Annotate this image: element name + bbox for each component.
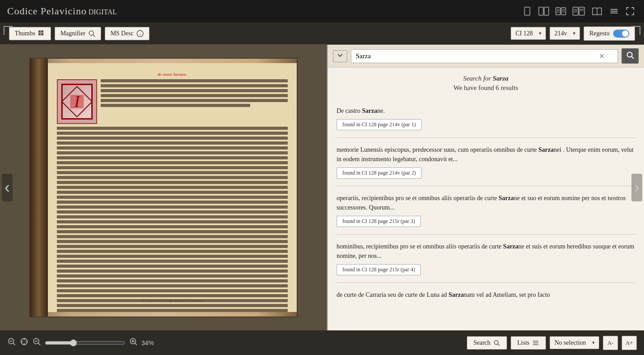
svg-rect-16 xyxy=(580,9,584,11)
svg-rect-11 xyxy=(573,7,578,15)
svg-rect-21 xyxy=(38,30,41,33)
result-item: de curte de Carraria seu de curte de Lun… xyxy=(337,283,635,310)
double-page-icon-btn[interactable] xyxy=(537,4,551,18)
search-bottom-button[interactable]: Search xyxy=(467,336,507,350)
regesto-toggle[interactable] xyxy=(613,30,629,38)
manuscript-image-area: de castro Sarzane. I xyxy=(0,45,327,330)
thumbs-label: Thumbs xyxy=(15,30,35,37)
search-bottom-label: Search xyxy=(473,339,490,346)
result-link-button[interactable]: found in CI 128 page 214v (par 2) xyxy=(337,167,422,179)
pan-icon xyxy=(20,337,29,346)
magnifier-label: Magnifier xyxy=(60,30,85,37)
ci-select[interactable]: CI 128 CI 127 CI 129 xyxy=(511,27,546,40)
fullscreen-icon-btn[interactable] xyxy=(623,4,637,18)
info-icon: i xyxy=(136,30,144,37)
search-input-wrapper: ✕ xyxy=(351,49,618,63)
collapse-button[interactable] xyxy=(333,50,347,62)
header-icons xyxy=(520,4,637,18)
zoom-in-button[interactable] xyxy=(129,337,138,348)
split-view-icon-btn[interactable] xyxy=(571,4,587,18)
result-link-button[interactable]: found in CI 128 page 214v (par 1) xyxy=(337,119,422,130)
search-for-prefix: Search for xyxy=(463,75,491,82)
svg-rect-1 xyxy=(539,7,543,15)
hamburger-icon xyxy=(609,6,619,16)
svg-rect-3 xyxy=(556,8,560,15)
ms-desc-label: MS Desc xyxy=(111,30,134,37)
book-icon xyxy=(591,6,603,16)
ms-header-text: de castro Sarzane. xyxy=(57,72,288,77)
decorative-initial: I xyxy=(57,79,97,124)
book-page: de castro Sarzane. I xyxy=(48,63,297,312)
zoom-in-icon xyxy=(129,337,138,346)
result-link-button[interactable]: found in CI 128 page 215r (par 3) xyxy=(337,216,421,227)
thumbs-button[interactable]: Thumbs xyxy=(9,27,51,40)
result-item: De castro Sarzane. found in CI 128 page … xyxy=(337,99,635,138)
toolbar-left: Thumbs Magnifier MS Desc xyxy=(9,27,149,40)
menu-icon-btn[interactable] xyxy=(607,4,621,18)
regesto-button[interactable]: Regesto xyxy=(584,26,635,41)
zoom-out-small-button[interactable] xyxy=(7,337,16,348)
result-text: memorie Lunensis episcopus, predecessor … xyxy=(337,145,635,164)
bottom-right: Search Lists No selection ▼ xyxy=(467,336,637,350)
search-clear-button[interactable]: ✕ xyxy=(599,52,605,60)
book-icon-btn[interactable] xyxy=(589,4,605,18)
single-page-icon xyxy=(522,6,532,16)
zoom-percentage: 34% xyxy=(141,339,159,346)
ms-desc-button[interactable]: MS Desc i xyxy=(105,27,149,40)
zoom-out-icon xyxy=(32,337,41,346)
page-select-wrapper: 214v 215r 213v ▼ xyxy=(550,27,580,40)
bottom-toolbar: 34% Search Lists No se xyxy=(0,330,644,355)
results-list[interactable]: De castro Sarzane. found in CI 128 page … xyxy=(328,99,644,330)
double-page-icon xyxy=(538,6,549,16)
lists-icon xyxy=(532,339,539,346)
search-header: ✕ xyxy=(328,45,644,68)
manuscript-copyright: © Archivio Capitolare Lunense xyxy=(141,298,203,303)
digital-badge: DIGITAL xyxy=(89,8,117,16)
split-view-icon xyxy=(572,6,585,16)
search-input[interactable] xyxy=(351,49,618,63)
result-item: hominibus, recipientibus pro se et omnib… xyxy=(337,235,635,283)
svg-line-39 xyxy=(135,343,137,345)
main-toolbar: Thumbs Magnifier MS Desc xyxy=(0,22,644,45)
prev-page-button[interactable]: ‹ xyxy=(2,174,13,201)
svg-line-32 xyxy=(13,343,15,345)
text-columns-icon xyxy=(555,6,566,16)
svg-rect-2 xyxy=(544,7,549,15)
zoom-out-small-icon xyxy=(7,337,16,346)
ci-select-wrapper: CI 128 CI 127 CI 129 ▼ xyxy=(511,27,546,40)
next-page-button[interactable]: › xyxy=(631,174,642,201)
corner-decoration-tl xyxy=(4,26,13,35)
lists-label: Lists xyxy=(517,339,529,346)
page-select[interactable]: 214v 215r 213v xyxy=(550,27,580,40)
regesto-label: Regesto xyxy=(589,30,610,37)
font-increase-button[interactable]: A+ xyxy=(622,336,637,350)
search-panel: ✕ Search for Sarza We have found 6 resul… xyxy=(327,45,644,330)
main-container: Thumbs Magnifier MS Desc xyxy=(0,22,644,355)
svg-point-25 xyxy=(89,31,94,35)
result-item: operariis, recipientibus pro se et omnib… xyxy=(337,186,635,235)
lists-button[interactable]: Lists xyxy=(511,336,546,350)
grid-icon xyxy=(38,30,45,37)
search-term: Sarza xyxy=(493,75,508,82)
fullscreen-icon xyxy=(625,6,635,16)
zoom-slider[interactable] xyxy=(45,339,125,346)
svg-point-29 xyxy=(627,52,632,57)
pan-button[interactable] xyxy=(20,337,29,348)
book-spine xyxy=(30,59,48,317)
single-page-icon-btn[interactable] xyxy=(520,4,534,18)
svg-rect-4 xyxy=(561,8,566,15)
app-header: Codice Pelavicino DIGITAL xyxy=(0,0,644,22)
header-title-area: Codice Pelavicino DIGITAL xyxy=(7,5,117,17)
result-text: hominibus, recipientibus pro se et omnib… xyxy=(337,242,635,261)
no-selection-select[interactable]: No selection xyxy=(550,336,599,349)
svg-line-43 xyxy=(498,344,499,346)
svg-rect-23 xyxy=(38,33,41,35)
font-decrease-button[interactable]: A- xyxy=(603,336,618,350)
search-go-button[interactable] xyxy=(622,48,639,64)
search-bottom-icon xyxy=(493,339,500,346)
results-count: We have found 6 results xyxy=(337,84,635,92)
zoom-out-button[interactable] xyxy=(32,337,41,348)
magnifier-button[interactable]: Magnifier xyxy=(55,27,101,40)
text-columns-icon-btn[interactable] xyxy=(554,4,568,18)
result-link-button[interactable]: found in CI 128 page 215r (par 4) xyxy=(337,264,421,275)
